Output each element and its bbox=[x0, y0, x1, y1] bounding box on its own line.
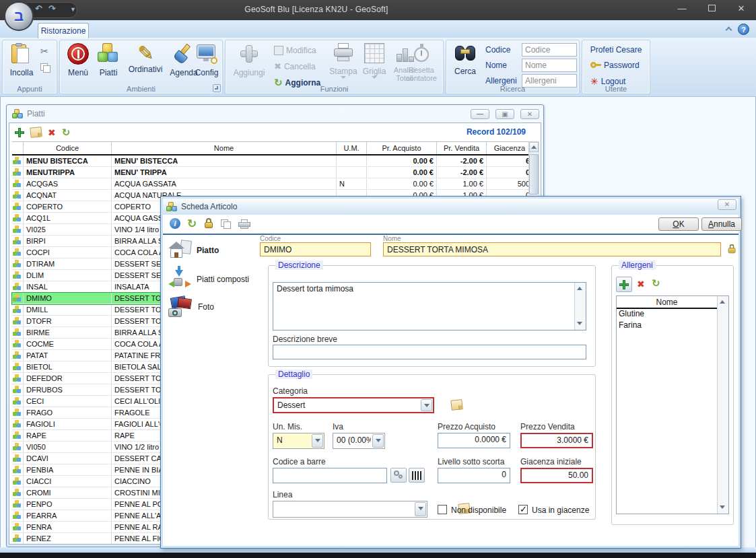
unmis-label: Un. Mis. bbox=[273, 422, 302, 431]
aggiungi-button[interactable]: Aggiungi bbox=[230, 43, 269, 77]
categoria-combobox[interactable]: Dessert bbox=[273, 397, 434, 413]
prezzo-vendita-field[interactable]: 3.0000 € bbox=[520, 433, 593, 448]
ok-button[interactable]: OOKK bbox=[658, 217, 699, 231]
ambienti-dialog-launcher-icon[interactable] bbox=[213, 84, 221, 92]
descrizione-textarea[interactable]: Dessert torta mimosa bbox=[273, 282, 586, 330]
piatti-window-titlebar[interactable]: Piatti — ▣ ✕ bbox=[7, 105, 543, 123]
scroll-up-icon[interactable] bbox=[577, 287, 582, 290]
cell-code: VI025 bbox=[23, 224, 111, 235]
app-menu-button[interactable]: ב bbox=[4, 1, 34, 31]
row-cubes-icon bbox=[12, 510, 23, 521]
scroll-up-icon[interactable] bbox=[720, 300, 725, 304]
prezzo-acquisto-field[interactable]: 0.0000 € bbox=[438, 433, 510, 448]
scroll-thumb[interactable] bbox=[529, 154, 539, 195]
unmis-combobox[interactable]: N bbox=[273, 433, 324, 449]
allergeni-add-button[interactable] bbox=[616, 277, 632, 292]
barcode-print-button[interactable] bbox=[409, 468, 425, 483]
row-cubes-icon bbox=[12, 247, 23, 258]
barcode-input[interactable] bbox=[273, 468, 387, 483]
scorta-field[interactable]: 0 bbox=[438, 468, 510, 483]
nav-piatto[interactable]: Piatto bbox=[168, 240, 219, 260]
nome-field[interactable]: DESSERT TORTA MIMOSA bbox=[383, 242, 721, 256]
linea-combobox[interactable] bbox=[273, 501, 427, 518]
scroll-down-icon[interactable] bbox=[577, 322, 582, 325]
col-codice[interactable]: Codice bbox=[23, 142, 111, 154]
close-button[interactable]: ✕ bbox=[726, 0, 756, 18]
table-row[interactable]: MENU BISTECCAMENU' BISTECCA0.00 €-2.00 €… bbox=[12, 155, 532, 167]
minimize-button[interactable]: — bbox=[667, 0, 697, 18]
menu-button[interactable]: Menù bbox=[64, 43, 92, 77]
allergene-row[interactable]: Glutine bbox=[617, 309, 717, 320]
descrizione-scrollbar[interactable] bbox=[574, 283, 586, 330]
config-button[interactable]: Config bbox=[192, 43, 221, 77]
iva-combobox[interactable]: 00 (0.00% bbox=[333, 433, 385, 449]
cell-code: ACQGAS bbox=[23, 178, 111, 189]
nav-foto[interactable]: Foto bbox=[168, 297, 214, 317]
cerca-button[interactable]: Cerca bbox=[450, 43, 480, 76]
ordinativi-button[interactable]: ✎ Ordinativi bbox=[125, 43, 166, 74]
allergeni-col-nome[interactable]: Nome bbox=[617, 296, 717, 309]
add-row-icon[interactable] bbox=[15, 128, 24, 137]
ricerca-codice-input[interactable]: Codice bbox=[522, 43, 577, 57]
dialog-titlebar[interactable]: Scheda Articolo bbox=[163, 199, 738, 215]
piatti-minimize-button[interactable]: — bbox=[471, 109, 489, 119]
piatti-restore-button[interactable]: ▣ bbox=[495, 109, 514, 119]
modifica-button[interactable]: Modifica bbox=[274, 46, 316, 55]
resetta-contatore-button[interactable]: Resetta contatore bbox=[399, 43, 444, 82]
dialog-copy-icon[interactable] bbox=[221, 219, 232, 230]
dialog-lock-icon[interactable] bbox=[205, 218, 213, 228]
chevron-down-icon[interactable] bbox=[372, 434, 384, 448]
table-row[interactable]: ACQGASACQUA GASSATAN0.00 €1.00 €500 bbox=[12, 178, 532, 190]
stampa-button[interactable]: Stampa bbox=[328, 43, 359, 79]
giacenza-iniziale-field[interactable]: 50.00 bbox=[520, 468, 593, 483]
cell-code: BIRME bbox=[23, 327, 111, 338]
ricerca-nome-input[interactable]: Nome bbox=[522, 59, 577, 72]
refresh-rows-icon[interactable]: ↻ bbox=[62, 128, 71, 137]
col-pr-acquisto[interactable]: Pr. Acquisto bbox=[366, 142, 436, 154]
dialog-print-icon[interactable] bbox=[238, 219, 250, 229]
dialog-refresh-icon[interactable]: ↻ bbox=[187, 219, 197, 229]
non-disponibile-checkbox[interactable] bbox=[438, 505, 447, 514]
copy-icon[interactable] bbox=[40, 63, 51, 73]
chevron-down-icon[interactable] bbox=[421, 399, 432, 411]
col-giacenza[interactable]: Giacenza bbox=[486, 142, 532, 154]
dialog-close-button[interactable]: ✕ bbox=[718, 199, 736, 210]
scroll-up-icon[interactable] bbox=[529, 142, 539, 152]
allergeni-delete-icon[interactable]: ✖ bbox=[637, 279, 645, 289]
chevron-down-icon[interactable] bbox=[312, 434, 323, 448]
edit-row-icon[interactable] bbox=[30, 127, 42, 138]
codice-field[interactable]: DMIMO bbox=[260, 242, 371, 256]
grid-header[interactable]: Codice Nome U.M. Pr. Acquisto Pr. Vendit… bbox=[12, 141, 532, 155]
cancella-button[interactable]: ✖ Cancella bbox=[274, 62, 316, 71]
row-cubes-icon bbox=[12, 224, 23, 235]
col-nome[interactable]: Nome bbox=[111, 142, 336, 154]
col-um[interactable]: U.M. bbox=[336, 142, 366, 154]
table-row[interactable]: MENUTRIPPAMENU' TRIPPA0.00 €-2.00 €0 bbox=[12, 167, 532, 178]
incolla-button[interactable]: Incolla bbox=[7, 43, 36, 77]
scroll-down-icon[interactable] bbox=[720, 505, 725, 509]
col-pr-vendita[interactable]: Pr. Vendita bbox=[436, 142, 486, 154]
descrizione-breve-input[interactable] bbox=[273, 345, 586, 359]
usa-in-giacenze-checkbox[interactable]: ✓ bbox=[518, 505, 528, 514]
annulla-button[interactable]: Annulla bbox=[701, 217, 742, 231]
allergeni-refresh-icon[interactable]: ↻ bbox=[652, 279, 660, 288]
help-icon[interactable]: ? bbox=[738, 24, 749, 35]
row-cubes-icon bbox=[12, 178, 23, 189]
delete-row-icon[interactable]: ✖ bbox=[48, 128, 56, 137]
categoria-notes-icon[interactable] bbox=[451, 399, 463, 411]
griglia-button[interactable]: Griglia bbox=[360, 43, 388, 79]
cell-code: RAPE bbox=[23, 430, 111, 441]
info-icon[interactable]: i bbox=[170, 218, 180, 229]
tab-ristorazione[interactable]: Ristorazione bbox=[38, 23, 89, 38]
chevron-down-icon[interactable] bbox=[415, 502, 426, 516]
nav-piatti-composti[interactable]: Piatti composti bbox=[168, 270, 249, 289]
piatti-button[interactable]: Piatti bbox=[95, 43, 122, 77]
piatti-close-button[interactable]: ✕ bbox=[520, 109, 539, 119]
password-button[interactable]: Password bbox=[590, 61, 640, 70]
allergene-row[interactable]: Farina bbox=[617, 320, 717, 332]
maximize-button[interactable] bbox=[697, 0, 726, 18]
allergeni-scrollbar[interactable] bbox=[717, 296, 728, 514]
barcode-generate-button[interactable] bbox=[390, 468, 407, 483]
cut-icon[interactable]: ✂ bbox=[40, 46, 48, 57]
ribbon-collapse-icon[interactable] bbox=[724, 26, 733, 34]
